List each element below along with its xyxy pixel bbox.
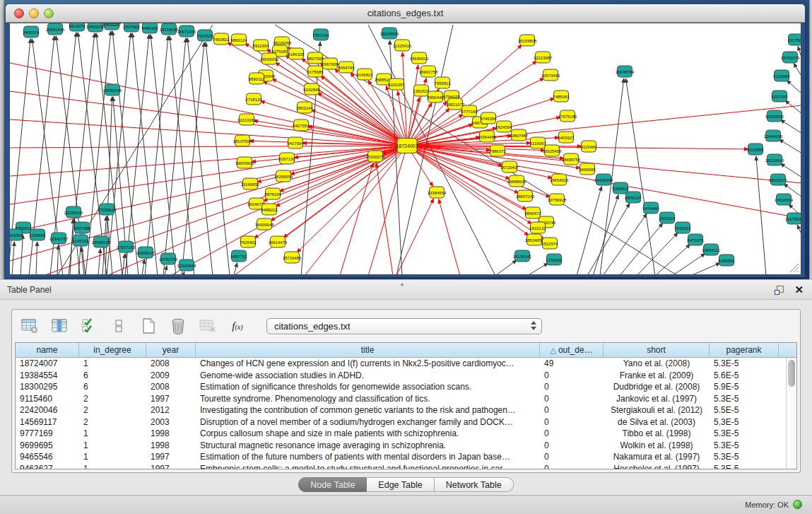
table-cell[interactable]: 14569117 <box>16 416 79 428</box>
table-cell[interactable]: 2 <box>79 416 146 428</box>
tab-network-table[interactable]: Network Table <box>435 477 514 492</box>
table-cell[interactable]: 2 <box>79 404 146 416</box>
table-row[interactable]: 2242004622012Investigating the contribut… <box>16 404 796 416</box>
table-cell[interactable]: 2008 <box>146 381 196 393</box>
table-cell[interactable]: Franke et al. (2009) <box>604 370 710 382</box>
table-cell[interactable]: 49 <box>540 358 604 370</box>
table-cell[interactable]: 5.3E-5 <box>710 440 779 452</box>
table-cell[interactable]: 9115460 <box>16 393 79 405</box>
splitter-collapse-icon[interactable]: ▴ <box>401 281 404 287</box>
table-cell[interactable]: Nakamura et al. (1997) <box>604 451 710 463</box>
table-cell[interactable]: 2009 <box>146 370 196 382</box>
delete-rows-icon[interactable] <box>167 316 189 336</box>
column-header-year[interactable]: year <box>146 343 196 357</box>
table-row[interactable]: 1830029562008Estimation of significance … <box>16 381 796 393</box>
table-cell[interactable]: 2 <box>79 393 146 405</box>
table-cell[interactable]: 0 <box>540 381 604 393</box>
table-cell[interactable]: 22420046 <box>16 404 79 416</box>
table-cell[interactable]: 1 <box>79 451 146 463</box>
table-cell[interactable]: 1 <box>79 440 146 452</box>
table-row[interactable]: 977716911998Corpus callosum shape and si… <box>16 428 796 440</box>
table-cell[interactable]: Wolkin et al. (1998) <box>604 440 710 452</box>
show-column-icon[interactable] <box>49 316 70 336</box>
table-cell[interactable]: 9699695 <box>16 440 79 452</box>
table-row[interactable]: 1456911722003Disruption of a novel membe… <box>16 416 796 428</box>
table-cell[interactable]: Disruption of a novel member of a sodium… <box>196 416 540 428</box>
table-cell[interactable]: 0 <box>540 451 604 463</box>
table-cell[interactable]: 0 <box>540 370 604 382</box>
table-cell[interactable]: 18300295 <box>16 381 79 393</box>
table-row[interactable]: 946362711997Embryonic stem cells: a mode… <box>16 463 796 469</box>
table-cell[interactable]: 0 <box>540 463 604 469</box>
table-cell[interactable]: 0 <box>540 416 604 428</box>
table-row[interactable]: 1872400712008Changes of HCN gene express… <box>16 358 796 370</box>
table-cell[interactable]: Dudbridge et al. (2008) <box>604 381 710 393</box>
table-cell[interactable]: Changes of HCN gene expression and I(f) … <box>196 358 540 370</box>
table-cell[interactable]: 2012 <box>146 404 196 416</box>
table-cell[interactable]: 5.3E-5 <box>710 463 779 469</box>
table-cell[interactable]: 5.3E-5 <box>710 428 779 440</box>
table-cell[interactable]: Estimation of significance thresholds fo… <box>196 381 540 393</box>
table-cell[interactable]: 1997 <box>146 463 196 469</box>
tab-node-table[interactable]: Node Table <box>298 477 367 492</box>
table-row[interactable]: 946554611997Estimation of the future num… <box>16 451 796 463</box>
column-header-short[interactable]: short <box>604 343 710 357</box>
table-cell[interactable]: 1998 <box>146 428 196 440</box>
column-header-title[interactable]: title <box>196 343 540 357</box>
table-cell[interactable]: Genome-wide association studies in ADHD. <box>196 370 540 382</box>
table-cell[interactable]: 6 <box>79 381 146 393</box>
delete-table-icon[interactable] <box>197 316 218 336</box>
tab-edge-table[interactable]: Edge Table <box>367 477 434 492</box>
table-cell[interactable]: Hescheler et al. (1997) <box>604 463 710 469</box>
table-cell[interactable]: Estimation of the future numbers of pati… <box>196 451 540 463</box>
table-cell[interactable]: 1 <box>79 428 146 440</box>
table-cell[interactable]: 1 <box>79 463 146 469</box>
table-cell[interactable]: Stergiakouli et al. (2012) <box>604 404 710 416</box>
table-cell[interactable]: Structural magnetic resonance image aver… <box>196 440 540 452</box>
table-cell[interactable]: 18724007 <box>16 358 79 370</box>
table-cell[interactable]: 5.3E-5 <box>710 451 779 463</box>
column-header-pagerank[interactable]: pagerank <box>710 343 779 357</box>
close-panel-icon[interactable]: ✕ <box>794 284 804 296</box>
table-cell[interactable]: 0 <box>540 404 604 416</box>
network-window-titlebar[interactable]: citations_edges.txt <box>6 4 805 23</box>
scrollbar-thumb[interactable] <box>788 360 795 387</box>
resize-grip-icon[interactable] <box>788 262 799 273</box>
table-cell[interactable]: Yano et al. (2008) <box>604 358 710 370</box>
table-panel-header[interactable]: Table Panel ▴ ✕ <box>0 279 812 300</box>
table-cell[interactable]: Corpus callosum shape and size in male p… <box>196 428 540 440</box>
table-cell[interactable]: 9465546 <box>16 451 79 463</box>
table-cell[interactable]: Tourette syndrome. Phenomenology and cla… <box>196 393 540 405</box>
table-cell[interactable]: de Silva et al. (2003) <box>604 416 710 428</box>
table-cell[interactable]: 5.5E-5 <box>710 404 779 416</box>
table-cell[interactable]: 5.9E-5 <box>710 381 779 393</box>
table-settings-icon[interactable] <box>19 316 40 336</box>
row-height-icon[interactable] <box>108 316 129 336</box>
function-builder-icon[interactable]: f(x) <box>227 316 248 336</box>
column-header-name[interactable]: name <box>16 343 79 357</box>
memory-ok-icon[interactable] <box>793 500 802 509</box>
table-row[interactable]: 969969511998Structural magnetic resonanc… <box>16 440 796 452</box>
vertical-scrollbar[interactable] <box>786 358 796 469</box>
table-cell[interactable]: 0 <box>540 440 604 452</box>
table-cell[interactable]: 2008 <box>146 358 196 370</box>
table-selector-dropdown[interactable]: citations_edges.txt <box>266 318 542 334</box>
table-cell[interactable]: 5.6E-5 <box>710 370 779 382</box>
table-cell[interactable]: 0 <box>540 393 604 405</box>
table-cell[interactable]: 1997 <box>146 451 196 463</box>
table-cell[interactable]: Jankovic et al. (1997) <box>604 393 710 405</box>
table-cell[interactable]: 0 <box>540 428 604 440</box>
select-rows-icon[interactable] <box>78 316 100 336</box>
table-cell[interactable]: 1 <box>79 358 146 370</box>
float-panel-icon[interactable] <box>774 285 784 296</box>
new-table-icon[interactable] <box>138 316 159 336</box>
column-header-in_degree[interactable]: in_degree <box>79 343 146 357</box>
table-cell[interactable]: Tibbo et al. (1998) <box>604 428 710 440</box>
table-cell[interactable]: 1998 <box>146 440 196 452</box>
table-cell[interactable]: 5.3E-5 <box>710 393 779 405</box>
table-cell[interactable]: 19384554 <box>16 370 79 382</box>
table-cell[interactable]: 5.3E-5 <box>710 416 779 428</box>
network-canvas[interactable]: 2405574206914068813074105532871065325715… <box>9 23 801 275</box>
table-row[interactable]: 911546021997Tourette syndrome. Phenomeno… <box>16 393 796 405</box>
table-row[interactable]: 1938455462009Genome-wide association stu… <box>16 370 796 382</box>
